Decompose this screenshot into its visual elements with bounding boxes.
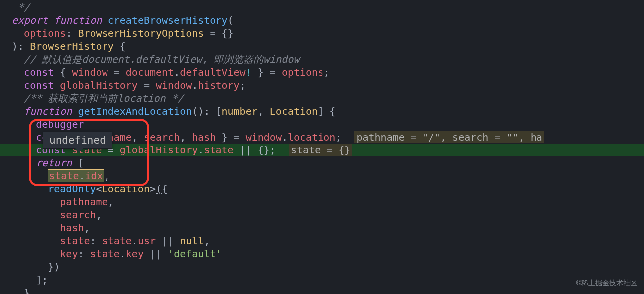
code-line: const globalHistory = window.history; (0, 79, 644, 92)
code-line: */ (0, 1, 644, 14)
code-line: search, (0, 208, 644, 221)
code-line: } (0, 286, 644, 294)
code-line: /** 获取索引和当前location */ (0, 92, 644, 105)
code-line: hash, (0, 221, 644, 234)
code-line: pathname, (0, 195, 644, 208)
code-line: state: state.usr || null, (0, 234, 644, 247)
code-line: // 默认值是document.defaultView, 即浏览器的window (0, 53, 644, 66)
code-line: debugger (0, 118, 644, 131)
debug-inline-hint: pathname = "/", search = "", ha (354, 131, 544, 143)
code-line: ]; (0, 273, 644, 286)
debug-inline-hint: state = {} (289, 144, 352, 156)
hover-tooltip: undefined (43, 131, 112, 149)
code-line: const { window = document.defaultView! }… (0, 66, 644, 79)
code-line: state.idx, (0, 169, 644, 182)
code-line: export function createBrowserHistory( (0, 14, 644, 27)
watermark: ©稀土掘金技术社区 (576, 276, 637, 289)
code-line: readOnly<Location>({ (0, 182, 644, 195)
hover-target[interactable]: state.idx (48, 169, 104, 182)
code-line: return [ (0, 156, 644, 169)
code-line: options: BrowserHistoryOptions = {} (0, 27, 644, 40)
code-line: key: state.key || 'default' (0, 247, 644, 260)
code-line: ): BrowserHistory { (0, 40, 644, 53)
code-line: function getIndexAndLocation(): [number,… (0, 105, 644, 118)
code-line: }) (0, 260, 644, 273)
